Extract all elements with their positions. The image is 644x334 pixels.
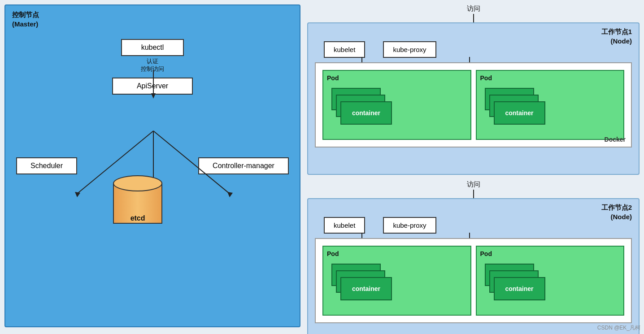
- auth-label: 认证 控制访问: [141, 58, 164, 73]
- worker2-pod2: Pod container: [476, 246, 625, 316]
- etcd-cylinder: etcd: [113, 175, 162, 229]
- worker1-pod2-label: Pod: [480, 74, 620, 82]
- worker2-pod1-card-front: container: [340, 277, 392, 300]
- controller-branch: Controller-manager: [198, 157, 289, 174]
- worker2-node: 工作节点2 (Node) kubelet kube-proxy: [307, 198, 640, 334]
- master-node: 控制节点 (Master) kubectl: [4, 4, 300, 327]
- etcd-branch: etcd: [113, 171, 162, 229]
- worker2-label-line1: 工作节点2: [601, 203, 632, 212]
- worker1-pods-area: Pod container Pod: [315, 62, 632, 147]
- worker2-pod2-card-front: container: [494, 277, 545, 300]
- apiserver-label: ApiServer: [137, 82, 168, 90]
- master-content: kubectl 认证 控制访问 ApiServer Sched: [12, 12, 293, 320]
- worker1-label: 工作节点1 (Node): [601, 27, 632, 46]
- auth-label2: 控制访问: [141, 65, 164, 73]
- worker1-label-line2: (Node): [601, 36, 632, 46]
- worker1-wrapper: 访问 工作节点1 (Node): [307, 4, 640, 175]
- worker2-kubelet-box: kubelet: [324, 217, 365, 234]
- worker2-pod1-container-label: container: [352, 285, 380, 292]
- worker1-pod1-card-front: container: [340, 101, 392, 125]
- kubectl-box: kubectl: [121, 39, 184, 56]
- kubectl-label: kubectl: [141, 43, 164, 51]
- worker2-kubelet-label: kubelet: [334, 221, 355, 229]
- worker1-top-row: kubelet kube-proxy: [324, 41, 632, 58]
- watermark: CSDN @EK_凡柯: [597, 324, 640, 332]
- worker2-label: 工作节点2 (Node): [601, 203, 632, 221]
- main-container: 控制节点 (Master) kubectl: [0, 0, 644, 334]
- auth-label1: 认证: [141, 58, 164, 65]
- scheduler-box: Scheduler: [16, 157, 77, 174]
- worker1-kubelet-box: kubelet: [324, 41, 365, 58]
- worker1-kubelet-label: kubelet: [334, 46, 355, 53]
- branches-row: Scheduler etcd Controller-manager: [12, 157, 293, 229]
- worker2-pods-area: Pod container Pod: [315, 238, 632, 323]
- cylinder-top: [113, 175, 162, 191]
- etcd-label: etcd: [131, 214, 145, 222]
- master-label-line2: (Master): [12, 19, 39, 29]
- worker1-pod1-stack: container: [327, 83, 467, 135]
- worker1-docker-label: Docker: [605, 136, 626, 143]
- controller-manager-label: Controller-manager: [213, 162, 274, 169]
- worker2-pod1-stack: container: [327, 259, 467, 311]
- worker1-kube-proxy-box: kube-proxy: [383, 41, 436, 58]
- apiserver-box: ApiServer: [112, 78, 193, 95]
- worker2-pod2-stack: container: [480, 259, 620, 311]
- worker1-pod1-label: Pod: [327, 74, 467, 82]
- worker2-pod1-label: Pod: [327, 250, 467, 257]
- worker1-node: 工作节点1 (Node) kubelet: [307, 22, 640, 175]
- worker1-pod2-card-front: container: [494, 101, 545, 125]
- worker1-pod2-container-label: container: [505, 109, 533, 117]
- worker2-pod2-container-label: container: [505, 285, 533, 292]
- worker2-visit-label: 访问: [467, 180, 480, 189]
- master-label-line1: 控制节点: [12, 10, 39, 19]
- worker2-label-line2: (Node): [601, 212, 632, 221]
- worker2-top-row: kubelet kube-proxy: [324, 217, 632, 234]
- worker1-pod1: Pod container: [322, 70, 471, 140]
- worker1-pod2: Pod container: [476, 70, 625, 140]
- scheduler-label: Scheduler: [30, 162, 63, 169]
- worker2-kube-proxy-label: kube-proxy: [393, 221, 426, 229]
- master-label: 控制节点 (Master): [12, 10, 39, 29]
- worker2-pod2-label: Pod: [480, 250, 620, 257]
- worker2-pod1: Pod container: [322, 246, 471, 316]
- worker1-label-line1: 工作节点1: [601, 27, 632, 36]
- worker2-kube-proxy-box: kube-proxy: [383, 217, 436, 234]
- controller-manager-box: Controller-manager: [198, 157, 289, 174]
- worker2-wrapper: 访问 工作节点2 (Node) kubelet: [307, 180, 640, 334]
- right-panel: 访问 工作节点1 (Node): [307, 4, 640, 330]
- worker1-visit-label: 访问: [467, 4, 480, 13]
- worker1-pod1-container-label: container: [352, 109, 380, 117]
- scheduler-branch: Scheduler: [16, 157, 77, 174]
- worker1-kube-proxy-label: kube-proxy: [393, 46, 426, 53]
- worker1-pod2-stack: container: [480, 83, 620, 135]
